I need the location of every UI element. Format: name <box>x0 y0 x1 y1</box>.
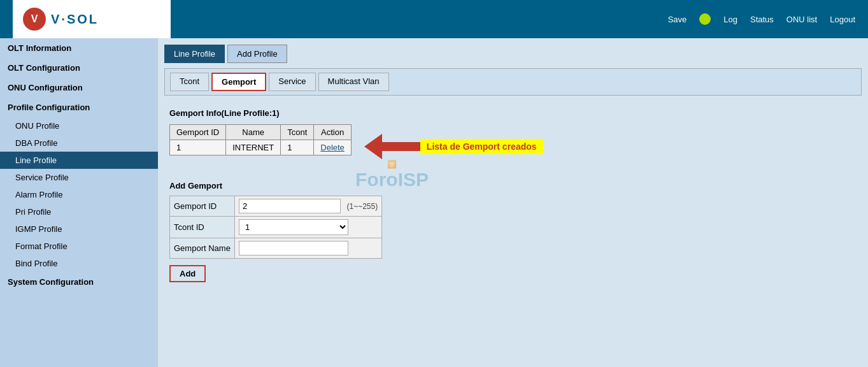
status-link[interactable]: Status <box>750 15 774 24</box>
red-arrow <box>364 134 420 159</box>
col-action: Action <box>314 125 352 140</box>
annotation-label: Lista de Gemport creados <box>420 139 543 154</box>
logo-icon: V <box>23 8 46 31</box>
logo-text: V·SOL <box>51 12 99 27</box>
gemport-info-title: Gemport Info(Line Profile:1) <box>169 108 857 118</box>
sidebar-item-line-profile[interactable]: Line Profile <box>0 152 158 169</box>
content-area: Gemport Info(Line Profile:1) Gemport ID … <box>164 103 862 287</box>
label-tcont-id: Tcont ID <box>170 217 235 238</box>
logout-link[interactable]: Logout <box>830 15 855 24</box>
add-gemport-form: Gemport ID (1~~255) Tcont ID 1 2 3 <box>169 196 382 259</box>
form-row-gemport-name: Gemport Name <box>170 238 382 259</box>
top-tab-bar: Line Profile Add Profile <box>164 45 862 63</box>
tab-add-profile[interactable]: Add Profile <box>227 45 287 63</box>
sidebar-item-dba-profile[interactable]: DBA Profile <box>0 134 158 152</box>
sidebar-item-olt-information[interactable]: OLT Information <box>0 38 158 58</box>
sidebar-item-service-profile[interactable]: Service Profile <box>0 169 158 186</box>
form-row-gemport-id: Gemport ID (1~~255) <box>170 196 382 217</box>
input-cell-gemport-id: (1~~255) <box>234 196 381 217</box>
annotation-container: Lista de Gemport creados <box>364 134 543 159</box>
subtab-multicast-vlan[interactable]: Multicast Vlan <box>318 73 389 91</box>
col-name: Name <box>226 125 281 140</box>
sidebar-item-alarm-profile[interactable]: Alarm Profile <box>0 186 158 203</box>
layout: OLT Information OLT Configuration ONU Co… <box>0 38 868 367</box>
status-indicator <box>699 13 711 25</box>
header: V V·SOL Save Log Status ONU list Logout <box>0 0 868 38</box>
save-button[interactable]: Save <box>668 15 687 24</box>
logo-area: V V·SOL <box>13 0 171 38</box>
sidebar-item-onu-configuration[interactable]: ONU Configuration <box>0 78 158 97</box>
tcont-id-select[interactable]: 1 2 3 <box>239 219 348 235</box>
log-link[interactable]: Log <box>723 15 737 24</box>
cell-name: INTERNET <box>226 140 281 155</box>
form-row-tcont-id: Tcont ID 1 2 3 <box>170 217 382 238</box>
onu-list-link[interactable]: ONU list <box>786 15 817 24</box>
header-right: Save Log Status ONU list Logout <box>171 13 855 25</box>
sidebar-item-olt-configuration[interactable]: OLT Configuration <box>0 58 158 78</box>
tab-line-profile[interactable]: Line Profile <box>164 45 225 63</box>
label-gemport-name: Gemport Name <box>170 238 235 259</box>
logo: V V·SOL <box>23 8 99 31</box>
subtab-service[interactable]: Service <box>269 73 315 91</box>
sidebar-item-bind-profile[interactable]: Bind Profile <box>0 255 158 272</box>
sidebar-item-igmp-profile[interactable]: IGMP Profile <box>0 220 158 238</box>
main-content: Line Profile Add Profile Tcont Gemport S… <box>158 38 868 367</box>
label-gemport-id: Gemport ID <box>170 196 235 217</box>
sidebar-item-format-profile[interactable]: Format Profile <box>0 238 158 255</box>
cell-gemport-id: 1 <box>170 140 226 155</box>
gemport-name-input[interactable] <box>239 241 348 255</box>
table-row: 1 INTERNET 1 Delete <box>170 140 352 155</box>
subtab-gemport[interactable]: Gemport <box>211 73 266 91</box>
input-cell-gemport-name <box>234 238 381 259</box>
gemport-id-input[interactable] <box>239 199 341 213</box>
arrow-head-icon <box>364 134 382 159</box>
cell-tcont: 1 <box>281 140 314 155</box>
col-tcont: Tcont <box>281 125 314 140</box>
arrow-body <box>382 142 420 151</box>
input-cell-tcont-id: 1 2 3 <box>234 217 381 238</box>
cell-action: Delete <box>314 140 352 155</box>
sidebar-item-pri-profile[interactable]: Pri Profile <box>0 203 158 220</box>
sub-tab-bar: Tcont Gemport Service Multicast Vlan <box>164 68 862 96</box>
sidebar-item-system-configuration[interactable]: System Configuration <box>0 272 158 292</box>
gemport-table: Gemport ID Name Tcont Action 1 INTERNET … <box>169 124 352 155</box>
delete-link[interactable]: Delete <box>320 143 345 152</box>
sidebar-group-profile-configuration[interactable]: Profile Configuration <box>0 97 158 117</box>
subtab-tcont[interactable]: Tcont <box>170 73 209 91</box>
sidebar: OLT Information OLT Configuration ONU Co… <box>0 38 158 367</box>
add-gemport-title: Add Gemport <box>169 181 857 191</box>
gemport-id-hint: (1~~255) <box>347 202 378 211</box>
sidebar-item-onu-profile[interactable]: ONU Profile <box>0 117 158 134</box>
add-button[interactable]: Add <box>169 265 206 282</box>
col-gemport-id: Gemport ID <box>170 125 226 140</box>
